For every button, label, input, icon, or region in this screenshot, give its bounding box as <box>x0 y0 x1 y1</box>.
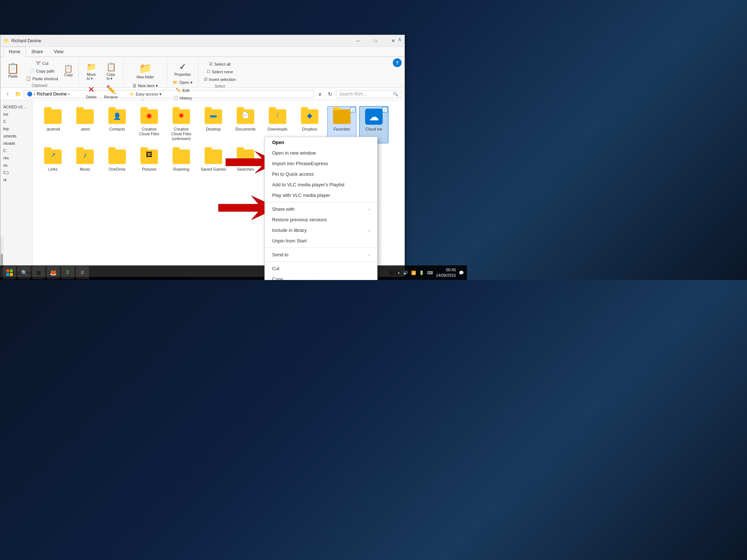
context-menu-add-vlc-playlist[interactable]: Add to VLC media player's Playlist <box>265 179 377 190</box>
start-button[interactable] <box>3 266 16 279</box>
path-icon: 🔵 <box>27 92 32 97</box>
sidebar-scrollbar[interactable] <box>0 236 3 265</box>
file-item-onedrive[interactable]: OneDrive <box>102 146 132 174</box>
tab-share[interactable]: Share <box>26 47 49 57</box>
creative-cloud-2-folder: ◉ <box>173 109 190 124</box>
file-item-creative-cloud-2[interactable]: ◉ Creative Cloud Files (unknown) <box>167 106 196 143</box>
task-view-button[interactable]: ⊞ <box>32 266 45 279</box>
paste-button[interactable]: 📋 Paste <box>3 62 23 80</box>
context-menu-copy[interactable]: Copy <box>265 274 377 280</box>
tray-up-icon[interactable]: ∧ <box>397 271 400 275</box>
context-cut-label: Cut <box>272 266 279 271</box>
new-folder-icon: 📁 <box>139 62 152 74</box>
context-menu-send-to[interactable]: Send to › <box>265 249 377 260</box>
search-taskbar-button[interactable]: 🔍 <box>18 266 31 279</box>
file-item-android[interactable]: .android <box>38 106 67 143</box>
new-folder-label: New folder <box>136 75 154 79</box>
context-menu-import-phraseexpress[interactable]: Import into PhraseExpress <box>265 158 377 169</box>
open-button[interactable]: 📂 Open ▾ <box>170 79 195 86</box>
sidebar-item-uments[interactable]: uments <box>0 132 32 140</box>
file-item-music[interactable]: ♪ Music <box>70 146 100 174</box>
nav-up-button[interactable]: ↑ <box>3 90 12 98</box>
tab-view[interactable]: View <box>49 47 69 57</box>
maximize-button[interactable]: □ <box>367 35 384 47</box>
file-item-documents[interactable]: 📄 Documents <box>231 106 260 143</box>
context-unpin-start-label: Unpin from Start <box>272 238 307 244</box>
copy-path-icon: 📄 <box>30 69 35 73</box>
new-folder-button[interactable]: 📁 New folder <box>134 61 156 81</box>
clipboard-items: 📋 Paste ✂️ Cut 📄 Copy path <box>3 58 76 83</box>
file-item-desktop[interactable]: ▬ Desktop <box>199 106 228 143</box>
copy-to-button[interactable]: 📋 Copyto ▾ <box>101 61 120 82</box>
hashtag-button[interactable]: # <box>76 266 89 279</box>
nav-refresh-button[interactable]: ↻ <box>326 90 334 98</box>
dropbox-icon: ◆ <box>301 108 318 125</box>
select-all-button[interactable]: ☑ Select all <box>206 61 233 67</box>
select-none-label: Select none <box>212 70 233 74</box>
search-box[interactable]: Search Rich... 🔍 <box>336 90 402 98</box>
help-button[interactable]: ? <box>393 58 402 67</box>
favorites-folder: ★ <box>333 109 351 124</box>
copy-button[interactable]: 📋 Copy <box>61 63 76 79</box>
file-item-links[interactable]: ↗ Links <box>38 146 67 174</box>
notification-icon[interactable]: 💬 <box>459 271 464 275</box>
file-item-creative-cloud-1[interactable]: ◉ Creative Cloud Files <box>135 106 164 143</box>
taskbar-clock[interactable]: 00:45 14/09/2015 <box>436 267 456 279</box>
tab-home[interactable]: Home <box>3 47 26 57</box>
delete-button[interactable]: ✕ Delete <box>82 83 101 101</box>
sidebar-item-c2[interactable]: C <box>0 147 32 154</box>
rename-button[interactable]: ✏️ Rename <box>101 83 120 101</box>
battery-icon[interactable]: 🔋 <box>419 271 424 275</box>
context-menu-pin-quick-access[interactable]: Pin to Quick access <box>265 169 377 179</box>
android-folder <box>44 109 62 124</box>
nav-forward-button[interactable]: 📁 <box>13 90 22 98</box>
sidebar-item-os[interactable]: os <box>0 162 32 169</box>
time-display: 00:45 <box>436 267 456 273</box>
share-with-arrow-icon: › <box>368 207 370 211</box>
context-menu-share-with[interactable]: Share with › <box>265 204 377 214</box>
context-menu-cut[interactable]: Cut <box>265 263 377 274</box>
file-item-contacts[interactable]: 👤 Contacts <box>102 106 132 143</box>
firefox-button[interactable]: 🦊 <box>47 266 60 279</box>
new-item-button[interactable]: ☰ New item ▾ <box>130 82 160 89</box>
easy-access-button[interactable]: ⚡ Easy access ▾ <box>127 91 164 98</box>
sidebar-item-rk[interactable]: rk <box>0 176 32 183</box>
mumble-button[interactable]: 🎙 <box>61 266 74 279</box>
sidebar-item-ive[interactable]: ive <box>0 110 32 118</box>
ribbon-collapse-btn[interactable]: ∧ <box>398 36 402 42</box>
sidebar-item-top[interactable]: top <box>0 125 32 132</box>
nav-down-button[interactable]: ∨ <box>316 90 324 98</box>
file-item-roaming[interactable]: Roaming <box>167 146 196 174</box>
context-menu-play-vlc[interactable]: Play with VLC media player <box>265 190 377 201</box>
properties-button[interactable]: ✓ Properties <box>172 60 194 78</box>
sidebar-item-nloads[interactable]: nloads <box>0 140 32 147</box>
cut-button[interactable]: ✂️ Cut <box>23 60 61 67</box>
context-menu-open[interactable]: Open <box>265 137 377 148</box>
favorites-icon: ★ <box>333 108 351 125</box>
rename-icon: ✏️ <box>106 85 116 94</box>
keyboard-icon[interactable]: ⌨ <box>427 271 433 275</box>
speaker-icon[interactable]: 🔊 <box>403 271 408 275</box>
paste-label: Paste <box>8 74 18 78</box>
context-menu-open-new-window[interactable]: Open in new window <box>265 148 377 158</box>
context-menu-restore-versions[interactable]: Restore previous versions <box>265 214 377 225</box>
svg-rect-3 <box>10 269 13 272</box>
paste-shortcut-button[interactable]: 📋 Paste shortcut <box>23 75 61 82</box>
move-to-button[interactable]: 📁 Moveto ▾ <box>82 61 101 82</box>
copy-path-button[interactable]: 📄 Copy path <box>23 67 61 74</box>
context-menu-include-library[interactable]: Include in library › <box>265 225 377 236</box>
sidebar-item-cdrive[interactable]: C:) <box>0 169 32 176</box>
context-menu-unpin-start[interactable]: Unpin from Start <box>265 236 377 246</box>
invert-selection-button[interactable]: ☑ Invert selection <box>201 76 239 83</box>
address-path[interactable]: 🔵 › Richard Devine › <box>24 90 314 98</box>
file-item-pictures[interactable]: 🖼 Pictures <box>135 146 164 174</box>
file-item-atom[interactable]: .atom <box>70 106 100 143</box>
sidebar-item-c[interactable]: C <box>0 118 32 125</box>
window-title: Richard Devine <box>11 38 350 43</box>
select-none-button[interactable]: ☐ Select none <box>204 68 236 75</box>
edit-button[interactable]: ✏️ Edit <box>173 87 192 94</box>
sidebar-item-acked[interactable]: ACKED v2.0. ↑ <box>0 103 32 110</box>
network-icon[interactable]: 📶 <box>411 271 416 275</box>
sidebar-item-res[interactable]: res <box>0 154 32 162</box>
minimize-button[interactable]: ─ <box>350 35 367 47</box>
